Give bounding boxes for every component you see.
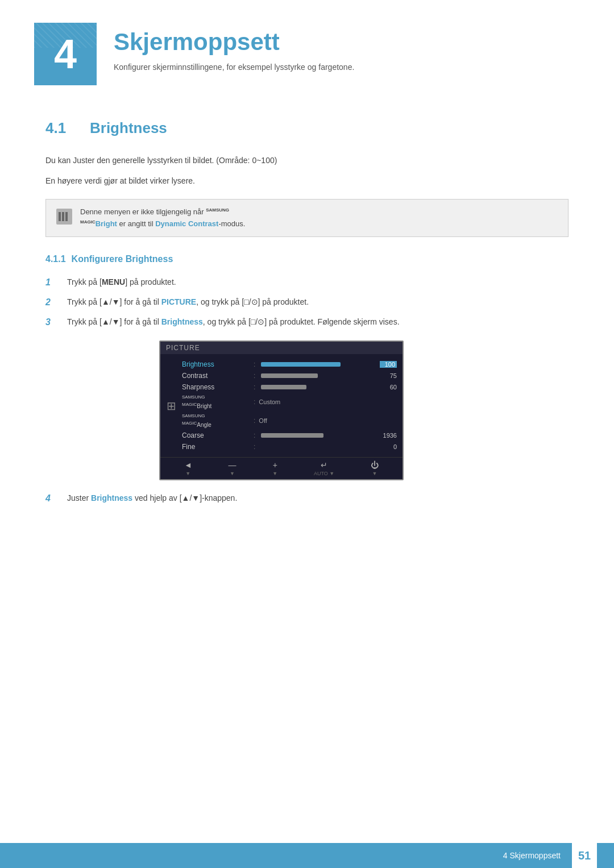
section-number: 4.1 <box>45 119 80 137</box>
section-para2: En høyere verdi gjør at bildet virker ly… <box>45 175 569 187</box>
minus-label: ▼ <box>230 471 235 476</box>
menu-item-magic-angle: SAMSUNGMAGICAngle : Off <box>182 412 397 430</box>
monitor-content: ⊞ Brightness : 100 Contrast <box>160 354 403 457</box>
svg-rect-1 <box>59 212 61 221</box>
brightness-bar-container <box>259 362 380 367</box>
magic-angle-value: Off <box>259 417 267 424</box>
coarse-value: 1936 <box>380 432 397 439</box>
minus-icon: — <box>229 460 237 470</box>
svg-rect-3 <box>65 212 68 221</box>
fine-value: 0 <box>380 443 397 450</box>
magic-bright-value: Custom <box>259 398 280 405</box>
picture-highlight: PICTURE <box>161 297 196 306</box>
note-icon <box>55 207 73 226</box>
contrast-bar-container <box>259 373 380 378</box>
chapter-number-text: 4 <box>54 31 77 77</box>
footer-text: 4 Skjermoppsett <box>503 851 561 860</box>
sharpness-value: 60 <box>380 384 397 391</box>
mon-btn-plus: + ▼ <box>272 460 277 476</box>
left-icon: ◄ <box>184 460 192 470</box>
chapter-header: 4 Skjermoppsett Konfigurer skjerminnstil… <box>0 0 614 102</box>
step-4-num: 4 <box>45 491 63 506</box>
step-3-num: 3 <box>45 315 63 330</box>
menu-kbd: MENU <box>102 277 125 286</box>
coarse-label: Coarse <box>182 431 250 439</box>
chapter-number: 4 <box>34 23 97 85</box>
coarse-bar <box>261 433 323 438</box>
steps-list: 1 Trykk på [MENU] på produktet. 2 Trykk … <box>45 276 569 329</box>
auto-label: AUTO ▼ <box>314 471 334 476</box>
footer-page-number: 51 <box>572 843 597 868</box>
menu-item-fine: Fine : 0 <box>182 441 397 452</box>
step-2: 2 Trykk på [▲/▼] for å gå til PICTURE, o… <box>45 296 569 310</box>
brightness-label: Brightness <box>182 360 250 368</box>
power-icon: ⏻ <box>371 460 379 470</box>
mon-btn-left: ◄ ▼ <box>184 460 192 476</box>
plus-icon: + <box>273 460 277 470</box>
contrast-value: 75 <box>380 372 397 379</box>
chapter-title-area: Skjermoppsett Konfigurer skjerminnstilli… <box>114 23 354 72</box>
magic-angle-label: SAMSUNGMAGICAngle <box>182 413 250 429</box>
svg-rect-2 <box>62 212 64 221</box>
step-3: 3 Trykk på [▲/▼] for å gå til Brightness… <box>45 315 569 330</box>
plus-label: ▼ <box>272 471 277 476</box>
note-suffix: er angitt til <box>117 219 155 228</box>
contrast-bar <box>261 373 318 378</box>
step-1-num: 1 <box>45 275 63 290</box>
chapter-title: Skjermoppsett <box>114 28 354 56</box>
step-4-text: Juster Brightness ved hjelp av [▲/▼]-kna… <box>67 492 569 504</box>
section-body: Du kan Juster den generelle lysstyrken t… <box>45 154 569 506</box>
note-end: -modus. <box>218 219 245 228</box>
monitor-sidebar-symbol: ⊞ <box>167 399 176 413</box>
fine-label: Fine <box>182 443 250 451</box>
menu-item-sharpness: Sharpness : 60 <box>182 381 397 393</box>
coarse-bar-container <box>259 433 380 438</box>
subsection-number: 4.1.1 <box>45 254 66 264</box>
step-2-num: 2 <box>45 295 63 310</box>
monitor-buttons: ◄ ▼ — ▼ + ▼ ↵ AUTO ▼ ⏻ ▼ <box>160 457 403 479</box>
mon-btn-enter: ↵ AUTO ▼ <box>314 460 334 476</box>
section-para1: Du kan Juster den generelle lysstyrken t… <box>45 154 569 167</box>
step-2-text: Trykk på [▲/▼] for å gå til PICTURE, og … <box>67 296 569 308</box>
note-text: Denne menyen er ikke tilgjengelig når SA… <box>80 206 245 230</box>
brightness-value: 100 <box>380 361 397 368</box>
monitor-menu: Brightness : 100 Contrast : <box>182 359 397 452</box>
dynamic-contrast-label: Dynamic Contrast <box>155 219 218 228</box>
magic-bright-label: SAMSUNGMAGICBright <box>182 394 250 410</box>
bright-label: Bright <box>96 219 117 228</box>
monitor-sidebar-icon: ⊞ <box>166 359 176 452</box>
sharpness-bar <box>261 385 306 389</box>
step-1-text: Trykk på [MENU] på produktet. <box>67 276 569 288</box>
menu-item-coarse: Coarse : 1936 <box>182 430 397 441</box>
mon-btn-power: ⏻ ▼ <box>371 460 379 476</box>
power-label: ▼ <box>372 471 377 476</box>
step-1: 1 Trykk på [MENU] på produktet. <box>45 276 569 290</box>
subsection-title: Konfigurere Brightness <box>72 254 173 264</box>
mon-btn-minus: — ▼ <box>229 460 237 476</box>
note-box: Denne menyen er ikke tilgjengelig når SA… <box>45 199 569 238</box>
subsection-411-header: 4.1.1 Konfigurere Brightness <box>45 254 569 264</box>
section-41-header: 4.1 Brightness <box>45 114 569 137</box>
enter-icon: ↵ <box>321 460 327 470</box>
fine-bar-container <box>259 445 380 449</box>
menu-item-magic-bright: SAMSUNGMAGICBright : Custom <box>182 393 397 412</box>
main-content: 4.1 Brightness Du kan Juster den generel… <box>0 102 614 557</box>
brightness-highlight-step4: Brightness <box>91 493 132 502</box>
brightness-highlight-step3: Brightness <box>161 317 203 326</box>
sharpness-bar-container <box>259 385 380 389</box>
left-label: ▼ <box>185 471 190 476</box>
note-prefix: Denne menyen er ikke tilgjengelig når <box>80 207 206 216</box>
brightness-bar <box>261 362 341 367</box>
menu-item-contrast: Contrast : 75 <box>182 370 397 381</box>
page-footer: 4 Skjermoppsett 51 <box>0 843 614 868</box>
step-4: 4 Juster Brightness ved hjelp av [▲/▼]-k… <box>45 492 569 506</box>
monitor-titlebar: PICTURE <box>160 342 403 354</box>
chapter-subtitle: Konfigurer skjerminnstillingene, for eks… <box>114 63 354 72</box>
menu-item-brightness: Brightness : 100 <box>182 359 397 370</box>
sharpness-label: Sharpness <box>182 383 250 391</box>
section-title: Brightness <box>90 119 167 137</box>
monitor-screenshot: PICTURE ⊞ Brightness : 100 <box>159 340 404 480</box>
step-3-text: Trykk på [▲/▼] for å gå til Brightness, … <box>67 315 569 328</box>
contrast-label: Contrast <box>182 372 250 380</box>
